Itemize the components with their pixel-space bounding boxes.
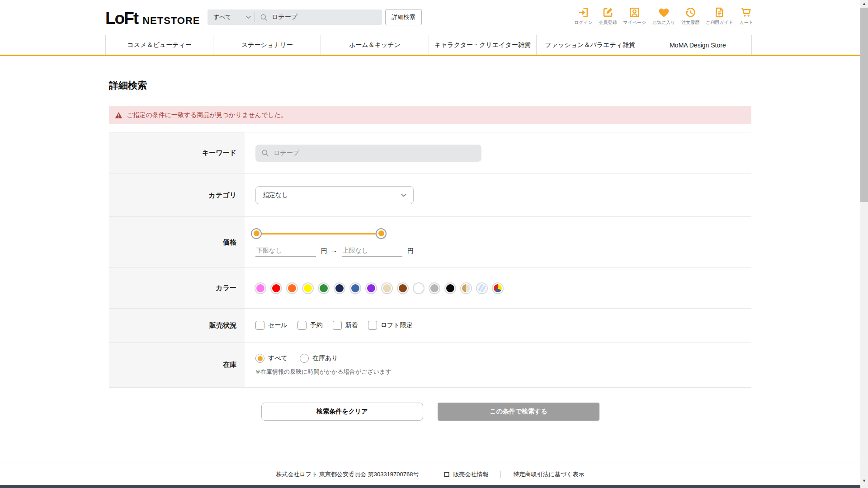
color-swatch-purple[interactable] <box>366 283 376 293</box>
browser-scrollbar[interactable]: ▲ ▼ <box>860 0 868 488</box>
color-swatch-blue[interactable] <box>350 283 360 293</box>
color-swatch-gold-silver[interactable] <box>461 283 471 293</box>
nav-item-cosmetics[interactable]: コスメ＆ビューティー <box>105 35 213 55</box>
stock-note: ※在庫情報の反映に時間がかかる場合がございます <box>255 368 392 376</box>
color-swatch-brown[interactable] <box>398 283 408 293</box>
color-swatch-red[interactable] <box>271 283 281 293</box>
nav-item-moma[interactable]: MoMA Design Store <box>644 35 752 55</box>
color-swatch-white[interactable] <box>414 283 424 293</box>
color-swatch-orange[interactable] <box>287 283 297 293</box>
nav-item-character-goods[interactable]: キャラクター・クリエイター雑貨 <box>429 35 536 55</box>
checkbox-loft-exclusive-label: ロフト限定 <box>381 321 413 329</box>
radio-icon <box>300 354 309 363</box>
company-icon <box>443 471 450 478</box>
checkbox-icon <box>297 321 307 330</box>
loft-logo[interactable]: LoFt NETSTORE <box>105 9 200 28</box>
guide-button[interactable]: ご利用ガイド <box>706 6 733 26</box>
warning-icon <box>115 112 123 119</box>
order-history-button[interactable]: 注文履歴 <box>681 6 699 26</box>
scrollbar-thumb[interactable] <box>860 8 868 202</box>
login-button[interactable]: ログイン <box>574 6 593 26</box>
favorites-button[interactable]: お気に入り <box>652 6 675 26</box>
header: LoFt NETSTORE すべて ロテープ 詳細検索 ログイン <box>0 0 868 35</box>
main-content: 詳細検索 ご指定の条件に一致する商品が見つかりませんでした。 キーワード ロテー… <box>109 79 751 421</box>
form-row-price: 価格 円 ～ 円 <box>109 217 751 268</box>
price-slider-max-handle[interactable] <box>376 228 387 239</box>
cart-button[interactable]: カート <box>739 6 753 26</box>
chevron-down-icon <box>401 193 406 197</box>
color-swatch-pink[interactable] <box>255 283 265 293</box>
checkbox-preorder-label: 予約 <box>310 321 323 329</box>
favorites-icon <box>658 6 670 19</box>
form-row-stock: 在庫 すべて 在庫あり ※在庫情 <box>109 343 751 388</box>
search-form: キーワード ロテープ カテゴリ 指定なし <box>109 132 751 388</box>
loft-netstore-advanced-search-page: LoFt NETSTORE すべて ロテープ 詳細検索 ログイン <box>0 0 868 488</box>
footer: 株式会社ロフト 東京都公安委員会 第303319700768号 販売会社情報 特… <box>0 463 860 485</box>
color-swatch-gray[interactable] <box>429 283 439 293</box>
keyword-value: ロテープ <box>274 149 299 157</box>
logo-store-text: NETSTORE <box>142 15 200 27</box>
stock-label: 在庫 <box>109 343 245 387</box>
price-range-separator: ～ <box>331 247 338 255</box>
color-swatch-green[interactable] <box>319 283 329 293</box>
radio-stock-in-stock[interactable]: 在庫あり <box>300 354 338 363</box>
checkbox-icon <box>255 321 264 330</box>
keyword-label: キーワード <box>109 132 245 174</box>
chevron-down-icon <box>246 15 251 19</box>
form-row-color: カラー <box>109 268 751 309</box>
scrollbar-down-arrow[interactable]: ▼ <box>860 477 868 484</box>
radio-stock-all[interactable]: すべて <box>255 354 288 363</box>
mypage-icon <box>628 6 641 19</box>
price-slider-min-handle[interactable] <box>251 228 262 239</box>
scrollbar-up-arrow[interactable]: ▲ <box>860 0 868 7</box>
nav-item-home-kitchen[interactable]: ホーム＆キッチン <box>321 35 428 55</box>
footer-divider <box>431 471 431 478</box>
footer-link-company-info-label: 販売会社情報 <box>453 470 488 479</box>
mypage-button[interactable]: マイページ <box>623 6 646 26</box>
search-icon <box>260 14 268 21</box>
color-swatch-black[interactable] <box>445 283 455 293</box>
category-selected-value: 指定なし <box>263 191 288 199</box>
color-swatch-list <box>255 283 503 293</box>
footer-link-commerce-law[interactable]: 特定商取引法に基づく表示 <box>513 470 584 479</box>
price-min-unit: 円 <box>321 247 327 255</box>
color-swatch-clear[interactable] <box>477 283 487 293</box>
color-swatch-yellow[interactable] <box>303 283 313 293</box>
header-search-group: すべて ロテープ 詳細検索 <box>208 9 422 25</box>
form-row-keyword: キーワード ロテープ <box>109 132 751 174</box>
price-range-slider <box>255 228 382 239</box>
color-label: カラー <box>109 268 245 308</box>
search-category-dropdown[interactable]: すべて <box>208 13 255 21</box>
register-icon <box>602 6 614 19</box>
header-search-query: ロテープ <box>272 13 297 21</box>
footer-link-company-info[interactable]: 販売会社情報 <box>443 470 488 479</box>
clear-conditions-button[interactable]: 検索条件をクリア <box>261 403 423 421</box>
color-swatch-beige[interactable] <box>382 283 392 293</box>
price-max-input[interactable] <box>342 246 402 257</box>
price-slider-track <box>256 233 381 235</box>
checkbox-icon <box>368 321 377 330</box>
header-search-box: すべて ロテープ <box>208 9 382 25</box>
nav-item-stationery[interactable]: ステーショナリー <box>213 35 321 55</box>
search-with-conditions-button[interactable]: この条件で検索する <box>438 403 599 421</box>
checkbox-sale[interactable]: セール <box>255 321 288 330</box>
price-min-input[interactable] <box>255 246 316 257</box>
category-select[interactable]: 指定なし <box>255 186 414 204</box>
checkbox-icon <box>333 321 342 330</box>
color-swatch-multicolor[interactable] <box>493 283 503 293</box>
detail-search-button[interactable]: 詳細検索 <box>385 9 422 25</box>
checkbox-loft-exclusive[interactable]: ロフト限定 <box>368 321 413 330</box>
price-label: 価格 <box>109 217 245 267</box>
footer-link-commerce-law-label: 特定商取引法に基づく表示 <box>513 470 584 479</box>
nav-item-fashion-variety[interactable]: ファッション＆バラエティ雑貨 <box>536 35 644 55</box>
logo-brand-text: LoFt <box>105 9 138 28</box>
checkbox-preorder[interactable]: 予約 <box>297 321 323 330</box>
register-button[interactable]: 会員登録 <box>599 6 617 26</box>
checkbox-new-arrival[interactable]: 新着 <box>333 321 358 330</box>
checkbox-sale-label: セール <box>268 321 288 329</box>
keyword-input[interactable]: ロテープ <box>255 145 481 162</box>
header-search-input[interactable]: ロテープ <box>255 13 382 21</box>
order-history-label: 注文履歴 <box>681 19 699 26</box>
color-swatch-navy[interactable] <box>335 283 344 293</box>
no-results-alert: ご指定の条件に一致する商品が見つかりませんでした。 <box>109 106 751 124</box>
